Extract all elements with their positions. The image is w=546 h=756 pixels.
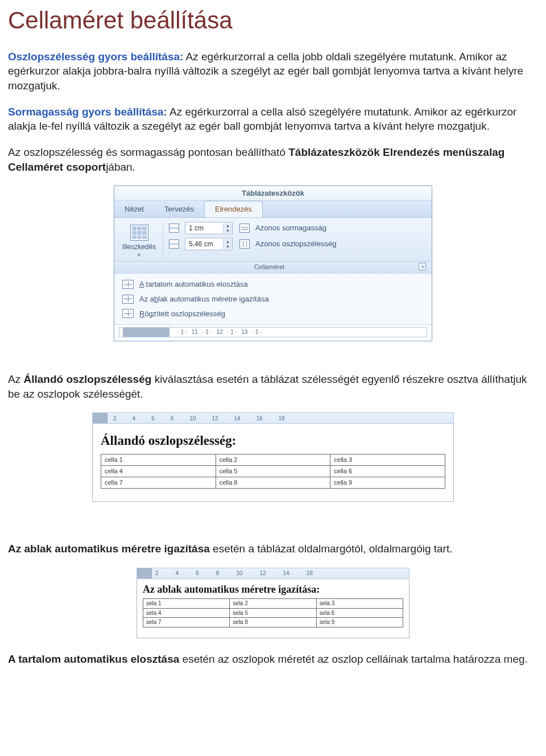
ruler-strip: · 1 · 11 · 1 · 12 · 1 · 13 · 1 ·: [114, 324, 432, 341]
bold-fixed: Állandó oszlopszélesség: [23, 373, 151, 385]
table-cell: cella 5: [216, 466, 330, 477]
example-heading: Állandó oszlopszélesség:: [101, 432, 445, 449]
equal-rows-icon: [239, 224, 250, 233]
ruler-tick: 6: [196, 569, 199, 577]
ruler-tick: 2: [113, 415, 117, 423]
ruler-tick: 8: [216, 569, 220, 577]
ruler-tick: · 1 ·: [202, 328, 212, 336]
col-width-spinner[interactable]: 5,46 cm ▲▼: [185, 238, 233, 250]
equal-cols-button[interactable]: Azonos oszlopszélesség: [255, 239, 427, 249]
col-width-value: 5,46 cm: [185, 239, 223, 249]
row-height-icon: [169, 224, 179, 233]
table-row: sela 1 sela 2 sela 3: [143, 599, 403, 609]
grid-icon: [122, 280, 134, 289]
autofit-menu: A tartalom automatikus elosztása Az abla…: [114, 273, 432, 324]
text: esetén az oszlopok méretét az oszlop cel…: [179, 653, 528, 665]
tab-row: Nézet Tervezés Elrendezés: [114, 201, 432, 218]
group-footer: Cellaméret ↘: [114, 262, 432, 274]
ruler-tick: · 1 ·: [252, 328, 262, 336]
table-cell: cella 4: [101, 466, 216, 477]
example-autofit-window: 2 4 6 8 10 12 14 18 Az ablak automatikus…: [136, 568, 410, 638]
table-cell: cella 9: [330, 477, 445, 489]
table-cell: cella 6: [330, 466, 445, 477]
lead-col: Oszlopszélesség gyors beállítása:: [8, 51, 183, 63]
table-cell: cella 8: [216, 477, 330, 489]
table-cell: sela 1: [143, 599, 230, 609]
ruler-tick: 14: [283, 569, 289, 577]
page-area: Állandó oszlopszélesség: cella 1 cella 2…: [92, 424, 454, 502]
ruler-tick: 18: [279, 415, 285, 423]
menu-fixed-width[interactable]: Rögzített oszlopszélesség: [119, 307, 432, 321]
row-height-value: 1 cm: [185, 224, 223, 233]
autofit-group[interactable]: Illeszkedés ▾: [119, 221, 163, 258]
tab-elrendezes[interactable]: Elrendezés: [204, 201, 263, 218]
table-row: cella 4 cella 5 cella 6: [101, 466, 445, 477]
ruler-tick: 4: [176, 569, 179, 577]
bold-autofit-content: A tartalom automatikus elosztása: [8, 653, 179, 665]
ruler-tick: 11: [192, 328, 198, 336]
cellsize-controls: 1 cm ▲▼ Azonos sormagasság 5,46 cm ▲▼ Az…: [163, 221, 427, 258]
menu-label: A tartalom automatikus elosztása: [139, 279, 248, 290]
ruler-margin: [137, 568, 152, 579]
autofit-label: Illeszkedés: [122, 242, 156, 251]
table-cell: sela 9: [316, 618, 403, 627]
table-cell: sela 5: [230, 608, 316, 618]
table-cell: sela 2: [230, 599, 316, 609]
spin-up-icon[interactable]: ▲: [223, 223, 232, 228]
menu-label: Az ablak automatikus méretre igazítása: [139, 294, 269, 304]
group-name-label: Cellaméret: [254, 263, 284, 271]
chevron-down-icon: ▾: [138, 251, 140, 258]
tab-nezet[interactable]: Nézet: [114, 201, 154, 218]
ruler-tick: · 1 ·: [228, 328, 237, 336]
table-cell: sela 3: [316, 599, 403, 609]
menu-auto-window[interactable]: Az ablak automatikus méretre igazítása: [119, 292, 432, 307]
page-title: Cellaméret beállítása: [8, 5, 538, 37]
ruler-tick: 4: [133, 415, 136, 423]
ruler-tick: 2: [155, 569, 159, 577]
table-cell: sela 6: [316, 608, 403, 618]
grid-icon: [122, 295, 134, 304]
menu-label: Rögzített oszlopszélesség: [139, 309, 225, 319]
example-fixed-width: 2 4 6 8 10 12 14 16 18 Állandó oszlopszé…: [92, 412, 454, 502]
spin-up-icon[interactable]: ▲: [223, 239, 232, 244]
dialog-launcher-icon[interactable]: ↘: [419, 263, 426, 270]
table-cell: cella 1: [101, 455, 216, 466]
text: jában.: [106, 161, 135, 173]
ruler-tick: 18: [307, 569, 313, 577]
row-height-spinner[interactable]: 1 cm ▲▼: [185, 222, 233, 234]
tab-tervezes[interactable]: Tervezés: [154, 201, 204, 218]
equal-cols-icon: [239, 239, 250, 249]
ruler: 2 4 6 8 10 12 14 16 18: [92, 412, 454, 424]
text: Az oszlopszélesség és sormagasság pontos…: [8, 146, 288, 158]
table-cell: cella 7: [101, 477, 216, 489]
menu-auto-content[interactable]: A tartalom automatikus elosztása: [119, 277, 432, 292]
paragraph-fixed-width: Az Állandó oszlopszélesség kiválasztása …: [8, 372, 538, 401]
paragraph-autofit-window: Az ablak automatikus méretre igazítása e…: [8, 542, 538, 556]
spin-down-icon[interactable]: ▼: [223, 244, 232, 249]
table-cell: sela 4: [143, 608, 230, 618]
lead-row: Sormagasság gyors beállítása:: [8, 106, 167, 118]
ribbon-screenshot: Táblázateszközök Nézet Tervezés Elrendez…: [114, 185, 432, 341]
ruler-tick: 8: [171, 415, 174, 423]
ruler-tick: 12: [212, 415, 218, 423]
table-row: sela 4 sela 5 sela 6: [143, 608, 403, 618]
spin-down-icon[interactable]: ▼: [223, 228, 232, 233]
ruler-margin: [123, 328, 169, 337]
table-row: cella 7 cella 8 cella 9: [101, 477, 445, 489]
paragraph-col-width: Oszlopszélesség gyors beállítása: Az egé…: [8, 49, 538, 93]
ruler: · 1 · 11 · 1 · 12 · 1 · 13 · 1 ·: [119, 327, 427, 337]
paragraph-autofit-content: A tartalom automatikus elosztása esetén …: [8, 652, 538, 667]
table-cell: sela 7: [143, 618, 230, 627]
ruler-tick: 6: [151, 415, 155, 423]
example-heading: Az ablak automatikus méretre igazítása:: [143, 584, 403, 596]
ruler-tick: 10: [236, 569, 242, 577]
grid-icon: [122, 309, 134, 318]
ruler-margin: [93, 413, 107, 423]
example-table: cella 1 cella 2 cella 3 cella 4 cella 5 …: [101, 454, 445, 489]
ruler: 2 4 6 8 10 12 14 18: [136, 568, 410, 579]
table-cell: cella 2: [216, 455, 330, 466]
equal-rows-button[interactable]: Azonos sormagasság: [255, 223, 427, 233]
page-area: Az ablak automatikus méretre igazítása: …: [136, 579, 410, 638]
text: Az: [8, 373, 23, 385]
bold-autofit-window: Az ablak automatikus méretre igazítása: [8, 543, 210, 555]
